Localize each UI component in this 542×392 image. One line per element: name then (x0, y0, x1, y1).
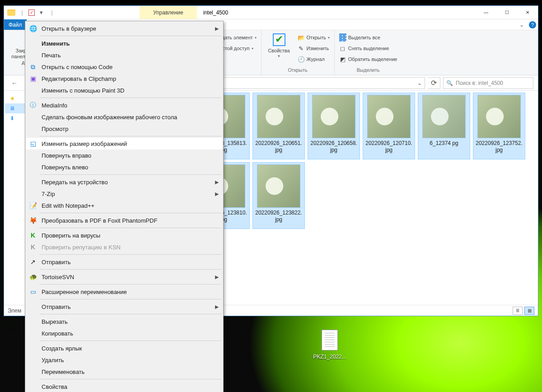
file-name: 20220926_123752.jpg (475, 140, 523, 154)
file-name: 20220926_120651.jpg (255, 140, 303, 154)
menu-virus-scan[interactable]: KПроверить на вирусы (26, 229, 222, 241)
refresh-button[interactable]: ⟳ (428, 77, 440, 89)
menu-view[interactable]: Просмотр (26, 123, 222, 135)
thumbnail (477, 95, 521, 138)
resize-icon: ◱ (28, 139, 38, 148)
download-icon: ⬇ (9, 115, 16, 122)
menu-tortoisesvn[interactable]: 🐢TortoiseSVN▶ (26, 271, 222, 283)
qat-properties-icon[interactable]: ✓ (28, 9, 35, 16)
menu-foxit-pdf[interactable]: 🦊Преобразовать в PDF в Foxit PhantomPDF (26, 215, 222, 226)
titlebar: | ✓ ▾ | Управление intel_4500 — ☐ ✕ (4, 6, 538, 19)
menu-open-browser[interactable]: 🌐Открыть в браузере▶ (26, 23, 222, 34)
thumbnail (422, 95, 466, 138)
search-placeholder: Поиск в: intel_4500 (456, 80, 503, 86)
menu-open-code[interactable]: ⧉Открыть с помощью Code (26, 61, 222, 73)
open-button[interactable]: 📂Открыть ▾ (296, 33, 332, 42)
tab-file[interactable]: Файл (4, 19, 27, 30)
menu-resize-images[interactable]: ◱Изменить размер изображений (26, 138, 222, 149)
desktop-file[interactable]: PKZ1_2022... (312, 330, 348, 360)
menu-notepadpp[interactable]: 📝Edit with Notepad++ (26, 200, 222, 211)
submenu-arrow-icon: ▶ (215, 304, 219, 310)
manage-tab[interactable]: Управление (140, 6, 197, 19)
menu-7zip[interactable]: 7-Zip▶ (26, 188, 222, 200)
select-none-icon: ◻ (339, 45, 346, 52)
menu-adv-rename[interactable]: ▭Расширенное переименование (26, 286, 222, 298)
file-tile[interactable]: 20220926_120658.jpg (308, 93, 360, 159)
invert-selection-button[interactable]: ◩Обратить выделение (337, 54, 399, 64)
mediainfo-icon: ⓘ (28, 101, 38, 110)
vscode-icon: ⧉ (28, 62, 38, 71)
file-tile[interactable]: 20220926_120651.jpg (252, 93, 305, 159)
thumbnail (367, 95, 411, 138)
submenu-arrow-icon: ▶ (215, 274, 219, 280)
menu-cast[interactable]: Передать на устройство▶ (26, 176, 222, 188)
menu-edit[interactable]: Изменить (26, 37, 222, 49)
view-details-button[interactable]: ≣ (513, 307, 523, 315)
menu-print[interactable]: Печать (26, 49, 222, 61)
minimize-button[interactable]: — (476, 6, 496, 19)
thumbnail (257, 95, 300, 138)
history-icon: 🕘 (298, 56, 305, 63)
window-title: intel_4500 (197, 6, 476, 19)
ribbon-collapse-icon[interactable]: ⌄ (516, 19, 527, 30)
quick-access-toolbar: | ✓ ▾ | (4, 6, 59, 19)
maximize-button[interactable]: ☐ (496, 6, 517, 19)
menu-shortcut[interactable]: Создать ярлык (26, 342, 222, 354)
view-thumbnails-button[interactable]: ▦ (524, 307, 534, 315)
menu-properties[interactable]: Свойства (26, 381, 222, 392)
file-name: 6_12374 pg (430, 140, 458, 147)
menu-rename[interactable]: Переименовать (26, 366, 222, 378)
menu-mediainfo[interactable]: ⓘMediaInfo (26, 99, 222, 111)
file-name: 20220926_120658.jpg (310, 140, 358, 154)
invert-icon: ◩ (339, 56, 346, 63)
share-icon: ↗ (28, 257, 38, 266)
file-name: 20220926_123822.jpg (255, 210, 303, 223)
menu-wallpaper[interactable]: Сделать фоновым изображением рабочего ст… (26, 111, 222, 123)
kaspersky-icon: K (28, 243, 38, 252)
status-text: Элем (8, 308, 21, 314)
file-tile[interactable]: 6_12374 pg (418, 93, 470, 159)
history-button[interactable]: 🕘Журнал (296, 54, 332, 64)
menu-copy[interactable]: Копировать (26, 327, 222, 339)
desktop-icon: 🖥 (9, 105, 16, 112)
thumbnail (312, 95, 355, 138)
menu-clipchamp[interactable]: ▣Редактировать в Clipchamp (26, 73, 222, 84)
menu-delete[interactable]: Удалить (26, 354, 222, 366)
thumbnail (257, 164, 300, 208)
star-icon: ★ (9, 95, 16, 102)
menu-paint3d[interactable]: Изменить с помощью Paint 3D (26, 84, 222, 96)
select-all-button[interactable]: Выделить все (337, 33, 399, 42)
menu-share[interactable]: ↗Отправить (26, 256, 222, 268)
select-none-button[interactable]: ◻Снять выделение (337, 43, 399, 53)
menu-rotate-right[interactable]: Повернуть вправо (26, 149, 222, 161)
open-icon: 📂 (298, 34, 305, 41)
file-icon (322, 330, 338, 350)
back-button[interactable]: ← (9, 77, 20, 89)
menu-sendto[interactable]: Отправить▶ (26, 301, 222, 313)
breadcrumb-dropdown-icon[interactable]: ⌄ (417, 80, 422, 86)
kaspersky-icon: K (28, 231, 38, 240)
file-tile[interactable]: 20220926_123752.jpg (473, 93, 525, 159)
edit-button[interactable]: ✎Изменить (296, 43, 332, 53)
search-input[interactable]: 🔍 Поиск в: intel_4500 (443, 77, 533, 89)
file-tile[interactable]: 20220926_120710.jpg (363, 93, 415, 159)
qat-separator: | (47, 8, 56, 17)
file-name: 20220926_120710.jpg (365, 140, 413, 154)
select-all-icon (339, 34, 346, 41)
help-icon[interactable]: ? (527, 19, 538, 30)
svn-icon: 🐢 (28, 272, 38, 281)
edit-icon: ✎ (298, 45, 305, 52)
notepadpp-icon: 📝 (28, 201, 38, 210)
context-menu: 🌐Открыть в браузере▶ Изменить Печать ⧉От… (25, 21, 224, 392)
submenu-arrow-icon: ▶ (215, 191, 219, 197)
folder-icon (7, 8, 16, 17)
qat-dropdown-icon[interactable]: ▾ (37, 8, 46, 17)
close-button[interactable]: ✕ (517, 6, 538, 19)
menu-rotate-left[interactable]: Повернуть влево (26, 161, 222, 173)
properties-button[interactable]: Свойства▼ (264, 32, 294, 58)
file-tile[interactable]: 20220926_123822.jpg (252, 162, 305, 229)
menu-cut[interactable]: Вырезать (26, 316, 222, 327)
menu-ksn: KПроверить репутацию в KSN (26, 241, 222, 253)
submenu-arrow-icon: ▶ (215, 179, 219, 185)
foxit-icon: 🦊 (28, 216, 38, 225)
